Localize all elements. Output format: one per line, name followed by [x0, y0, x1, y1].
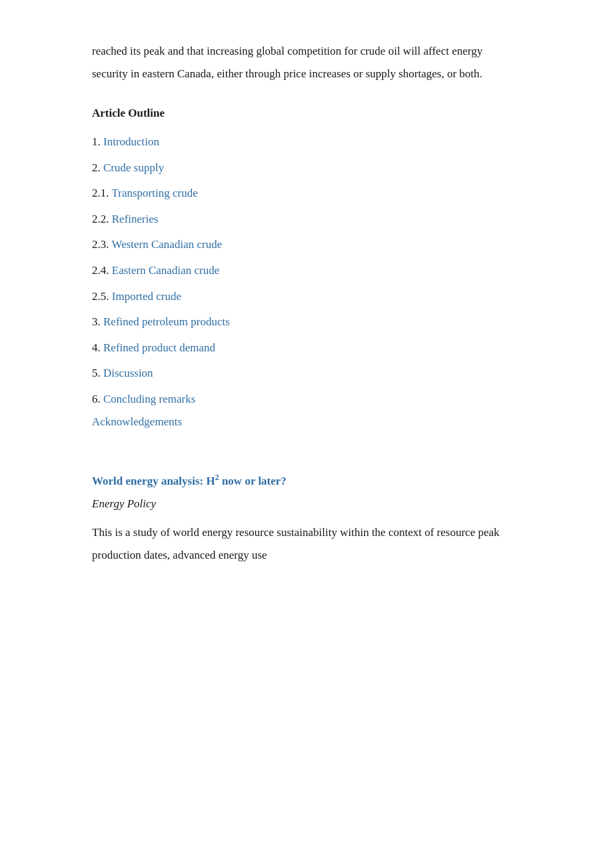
outline-item-2: 2. Crude supply	[92, 158, 521, 179]
outline-number-2-5: 2.5.	[92, 290, 112, 303]
outline-link-western-canadian-crude[interactable]: Western Canadian crude	[111, 238, 222, 251]
outline-number-3: 3.	[92, 315, 103, 328]
outline-item-2-2: 2.2. Refineries	[92, 209, 521, 230]
section-divider	[92, 450, 521, 471]
outline-link-eastern-canadian-crude[interactable]: Eastern Canadian crude	[112, 264, 219, 277]
outline-link-introduction[interactable]: Introduction	[103, 135, 159, 148]
outline-link-discussion[interactable]: Discussion	[103, 367, 153, 379]
outline-link-concluding-remarks[interactable]: Concluding remarks	[103, 393, 195, 405]
outline-item-2-3: 2.3. Western Canadian crude	[92, 235, 521, 255]
outline-link-refineries[interactable]: Refineries	[112, 213, 159, 225]
outline-item-1: 1. Introduction	[92, 132, 521, 153]
outline-number-5: 5.	[92, 367, 103, 379]
outline-list: 1. Introduction 2. Crude supply 2.1. Tra…	[92, 132, 521, 410]
outline-number-2-4: 2.4.	[92, 264, 112, 277]
article-outline-heading: Article Outline	[92, 107, 521, 120]
world-energy-title-part1: World energy analysis: H	[92, 474, 215, 487]
outline-number-4: 4.	[92, 341, 103, 354]
outline-link-refined-petroleum[interactable]: Refined petroleum products	[103, 315, 230, 328]
article-outline-section: Article Outline 1. Introduction 2. Crude…	[92, 107, 521, 429]
world-energy-title: World energy analysis: H2 now or later?	[92, 471, 521, 490]
world-energy-title-part2: now or later?	[219, 474, 287, 487]
outline-number-6: 6.	[92, 393, 103, 405]
outline-item-5: 5. Discussion	[92, 363, 521, 384]
outline-number-2: 2.	[92, 161, 103, 174]
outline-number-2-2: 2.2.	[92, 213, 112, 225]
intro-paragraph: reached its peak and that increasing glo…	[92, 40, 521, 85]
outline-item-6: 6. Concluding remarks	[92, 389, 521, 410]
outline-item-2-5: 2.5. Imported crude	[92, 287, 521, 307]
page-content: reached its peak and that increasing glo…	[0, 0, 613, 607]
journal-name: Energy Policy	[92, 497, 521, 511]
outline-link-transporting-crude[interactable]: Transporting crude	[111, 187, 197, 199]
world-energy-section: World energy analysis: H2 now or later? …	[92, 471, 521, 567]
outline-item-4: 4. Refined product demand	[92, 338, 521, 359]
world-energy-body: This is a study of world energy resource…	[92, 521, 521, 567]
outline-item-2-1: 2.1. Transporting crude	[92, 183, 521, 204]
outline-link-refined-demand[interactable]: Refined product demand	[103, 341, 215, 354]
outline-link-imported-crude[interactable]: Imported crude	[112, 290, 181, 303]
outline-number-2-3: 2.3.	[92, 238, 111, 251]
outline-link-crude-supply[interactable]: Crude supply	[103, 161, 164, 174]
outline-number-2-1: 2.1.	[92, 187, 111, 199]
outline-item-3: 3. Refined petroleum products	[92, 312, 521, 333]
acknowledgements-link[interactable]: Acknowledgements	[92, 415, 521, 429]
outline-item-2-4: 2.4. Eastern Canadian crude	[92, 261, 521, 281]
outline-number-1: 1.	[92, 135, 103, 148]
